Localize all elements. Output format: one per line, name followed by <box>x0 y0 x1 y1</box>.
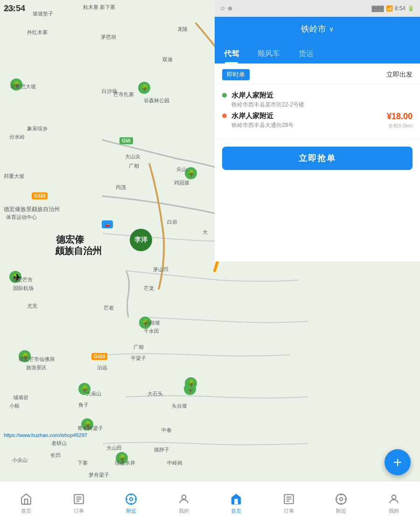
nav-label-home-right: 首页 <box>231 508 241 515</box>
nav-item-home-left[interactable]: 首页 <box>0 489 53 515</box>
orders-icon-left <box>72 493 85 506</box>
car-marker: 🚗 <box>102 220 113 228</box>
nav-item-profile-left[interactable]: 我的 <box>158 489 210 515</box>
map-marker-5 <box>139 317 151 329</box>
map-marker-7 <box>78 383 91 395</box>
watermark: https://www.huzhan.com/ishop45297 <box>4 432 87 438</box>
svg-point-10 <box>182 495 186 499</box>
nav-item-orders-right[interactable]: 订单 <box>263 489 315 515</box>
fab-icon: + <box>393 455 402 470</box>
map-marker-10 <box>116 452 128 464</box>
dropoff-addr: 铁岭市西丰县大通街28号 <box>231 121 382 129</box>
nav-item-nearby-right[interactable]: 附近 <box>315 489 368 515</box>
order-header: 即时单 立即出发 <box>215 63 420 85</box>
order-card: 水岸人家附近 铁岭市西丰县菜市街22-2号楼 水岸人家附近 铁岭市西丰县大通街2… <box>215 85 420 139</box>
svg-point-16 <box>340 498 343 501</box>
home-icon-left <box>20 493 33 506</box>
driver-bubble: 李洋 <box>130 229 152 251</box>
pickup-addr: 铁岭市西丰县菜市街22-2号楼 <box>231 101 413 109</box>
nav-label-profile-right: 我的 <box>389 508 399 515</box>
nav-item-home-right[interactable]: 首页 <box>210 489 263 515</box>
map-marker-6 <box>19 350 31 362</box>
grab-btn-container: 立即抢单 <box>215 139 420 177</box>
city-header[interactable]: 铁岭市 ∨ <box>215 17 420 41</box>
pickup-dot <box>222 93 227 98</box>
nearby-icon-left <box>125 493 138 506</box>
nav-label-profile-left: 我的 <box>179 508 189 515</box>
nav-label-orders-right: 订单 <box>284 508 294 515</box>
nav-label-nearby-left: 附近 <box>126 508 136 515</box>
status-right: ▓▓▓ 📶 8:54 🔋 <box>371 5 414 12</box>
tab-huoyun[interactable]: 货运 <box>299 49 314 63</box>
nav-label-home-left: 首页 <box>21 508 31 515</box>
right-panel: ✩ ⊕ ▓▓▓ 📶 8:54 🔋 铁岭市 ∨ 代驾 顺风车 货运 即时单 立即出… <box>215 0 420 261</box>
fab-button[interactable]: + <box>385 449 411 475</box>
tab-daijia[interactable]: 代驾 <box>224 49 239 63</box>
map-marker-1 <box>10 78 22 91</box>
map-marker-9 <box>81 418 93 430</box>
price-sub: 全程0.0km <box>387 122 413 129</box>
price-info: ¥18.00 全程0.0km <box>387 112 413 129</box>
order-time: 立即出发 <box>386 71 413 79</box>
service-tabs: 代驾 顺风车 货运 <box>215 41 420 63</box>
map-marker-11 <box>185 377 197 389</box>
tab-shunfengche[interactable]: 顺风车 <box>258 49 280 63</box>
nav-item-profile-right[interactable]: 我的 <box>368 489 420 515</box>
pickup-info: 水岸人家附近 铁岭市西丰县菜市街22-2号楼 <box>231 91 413 109</box>
nearby-icon-right <box>335 493 348 506</box>
orders-icon-right <box>282 493 295 506</box>
svg-point-5 <box>130 498 133 501</box>
timestamp: 23:54 <box>4 4 25 14</box>
nav-item-orders-left[interactable]: 订单 <box>53 489 105 515</box>
airport-icon: ✈ <box>13 272 21 284</box>
chevron-down-icon: ∨ <box>329 25 334 33</box>
home-icon-right <box>230 493 243 506</box>
nav-label-nearby-right: 附近 <box>336 508 346 515</box>
price-main: ¥18.00 <box>387 112 413 121</box>
city-name: 铁岭市 <box>301 23 326 35</box>
pickup-name: 水岸人家附近 <box>231 91 413 100</box>
dropoff-info: 水岸人家附近 铁岭市西丰县大通街28号 <box>231 112 382 129</box>
map-marker-2 <box>138 82 150 94</box>
panel-status-bar: ✩ ⊕ ▓▓▓ 📶 8:54 🔋 <box>215 0 420 17</box>
dropoff-name: 水岸人家附近 <box>231 112 382 120</box>
nav-item-nearby-left[interactable]: 附近 <box>105 489 158 515</box>
pickup-row: 水岸人家附近 铁岭市西丰县菜市街22-2号楼 <box>222 91 413 109</box>
dropoff-dot <box>222 113 227 118</box>
dropoff-row: 水岸人家附近 铁岭市西丰县大通街28号 ¥18.00 全程0.0km <box>222 112 413 129</box>
profile-icon-right <box>387 493 400 506</box>
highway-badge-g56: G56 <box>119 137 133 144</box>
bottom-nav: 首页 订单 附近 <box>0 481 420 522</box>
status-left: ✩ ⊕ <box>220 5 232 12</box>
order-type-badge: 即时单 <box>222 69 250 80</box>
highway-badge-g326: G326 <box>32 192 48 199</box>
profile-icon-left <box>177 493 190 506</box>
svg-point-21 <box>392 495 396 499</box>
nav-label-orders-left: 订单 <box>74 508 84 515</box>
grab-order-button[interactable]: 立即抢单 <box>222 147 413 170</box>
order-area: 即时单 立即出发 水岸人家附近 铁岭市西丰县菜市街22-2号楼 水岸人家附近 铁… <box>215 63 420 261</box>
map-marker-3 <box>185 167 197 179</box>
highway-badge-g420: G420 <box>91 353 107 360</box>
